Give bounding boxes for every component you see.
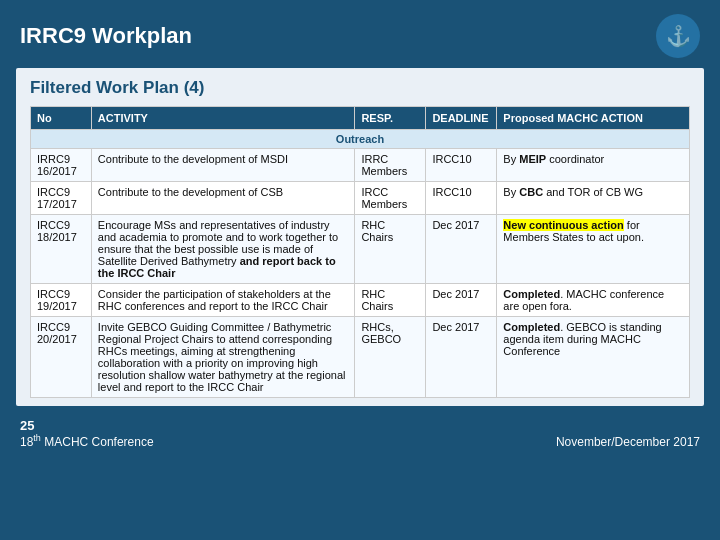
row2-no: IRCC9 17/2017 [31, 182, 92, 215]
table-row: IRCC9 20/2017 Invite GEBCO Guiding Commi… [31, 317, 690, 398]
row5-resp: RHCs, GEBCO [355, 317, 426, 398]
row4-resp: RHC Chairs [355, 284, 426, 317]
outreach-row: Outreach [31, 130, 690, 149]
row2-deadline: IRCC10 [426, 182, 497, 215]
outreach-label: Outreach [31, 130, 690, 149]
row4-proposed: Completed. MACHC conference are open for… [497, 284, 690, 317]
row2-proposed: By CBC and TOR of CB WG [497, 182, 690, 215]
row3-proposed: New continuous action for Members States… [497, 215, 690, 284]
row5-activity: Invite GEBCO Guiding Committee / Bathyme… [91, 317, 355, 398]
row1-no: IRRC9 16/2017 [31, 149, 92, 182]
col-header-deadline: DEADLINE [426, 107, 497, 130]
row2-activity: Contribute to the development of CSB [91, 182, 355, 215]
row4-no: IRCC9 19/2017 [31, 284, 92, 317]
page-number: 25 [20, 418, 154, 433]
table-row: IRCC9 17/2017 Contribute to the developm… [31, 182, 690, 215]
table-row: IRCC9 19/2017 Consider the participation… [31, 284, 690, 317]
row3-deadline: Dec 2017 [426, 215, 497, 284]
row2-resp: IRCC Members [355, 182, 426, 215]
col-header-no: No [31, 107, 92, 130]
subtitle: Filtered Work Plan (4) [30, 78, 690, 98]
table-row: IRRC9 16/2017 Contribute to the developm… [31, 149, 690, 182]
row3-resp: RHC Chairs [355, 215, 426, 284]
row1-deadline: IRCC10 [426, 149, 497, 182]
row5-deadline: Dec 2017 [426, 317, 497, 398]
row4-deadline: Dec 2017 [426, 284, 497, 317]
header-title: IRRC9 Workplan [20, 23, 192, 49]
row3-activity: Encourage MSs and representatives of ind… [91, 215, 355, 284]
row1-activity: Contribute to the development of MSDI [91, 149, 355, 182]
row1-proposed: By MEIP coordinator [497, 149, 690, 182]
footer-date: November/December 2017 [556, 435, 700, 449]
row1-resp: IRRC Members [355, 149, 426, 182]
conference-label: 18th MACHC Conference [20, 433, 154, 449]
col-header-activity: ACTIVITY [91, 107, 355, 130]
row3-no: IRCC9 18/2017 [31, 215, 92, 284]
table-row: IRCC9 18/2017 Encourage MSs and represen… [31, 215, 690, 284]
footer: 25 18th MACHC Conference November/Decemb… [0, 412, 720, 455]
row4-activity: Consider the participation of stakeholde… [91, 284, 355, 317]
logo-area: ⚓ [656, 14, 700, 58]
col-header-resp: RESP. [355, 107, 426, 130]
footer-left: 25 18th MACHC Conference [20, 418, 154, 449]
anchor-icon: ⚓ [666, 24, 691, 48]
row5-proposed: Completed. GEBCO is standing agenda item… [497, 317, 690, 398]
row5-no: IRCC9 20/2017 [31, 317, 92, 398]
main-content: Filtered Work Plan (4) No ACTIVITY RESP.… [16, 68, 704, 406]
col-header-proposed: Proposed MACHC ACTION [497, 107, 690, 130]
header: IRRC9 Workplan ⚓ [0, 0, 720, 68]
workplan-table: No ACTIVITY RESP. DEADLINE Proposed MACH… [30, 106, 690, 398]
